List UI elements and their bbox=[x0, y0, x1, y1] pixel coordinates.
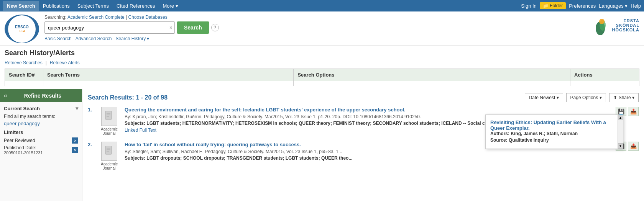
refine-title: Refine Results bbox=[24, 93, 61, 99]
nav-cited-references[interactable]: Cited References bbox=[113, 1, 159, 11]
logo-ebsco-text: EBSCO bbox=[15, 25, 29, 29]
database-name-link[interactable]: Academic Search Complete bbox=[67, 15, 125, 20]
popup-title[interactable]: Revisiting Ethics: Updating Earlier Beli… bbox=[490, 119, 606, 131]
nav-more[interactable]: More ▾ bbox=[159, 1, 182, 11]
searching-line: Searching: Academic Search Complete | Ch… bbox=[44, 15, 591, 20]
result-title-1[interactable]: Queering the environment and caring for … bbox=[125, 107, 639, 113]
results-controls: Date Newest ▾ Page Options ▾ ⬆ Share ▾ bbox=[525, 93, 639, 102]
nav-new-search[interactable]: New Search bbox=[3, 1, 39, 11]
popup-scrollbar[interactable]: ▲ ▼ bbox=[618, 115, 623, 149]
doc-type-1: Academic Journal bbox=[99, 127, 120, 136]
remove-peer-limiter-button[interactable]: ✕ bbox=[72, 137, 78, 144]
header-area: EBSCO host Searching: Academic Search Co… bbox=[0, 11, 644, 46]
brand-logo-icon bbox=[591, 15, 610, 36]
document-svg-2 bbox=[105, 146, 114, 157]
limiters-label: Limiters bbox=[4, 129, 78, 135]
doc-icon-1 bbox=[101, 107, 117, 126]
search-links: Basic Search Advanced Search Search Hist… bbox=[44, 36, 591, 41]
nav-publications[interactable]: Publications bbox=[39, 1, 74, 11]
result-number-2: 2. bbox=[88, 142, 94, 170]
share-result-button-1[interactable]: 📤 bbox=[628, 107, 639, 116]
help-link[interactable]: Help bbox=[631, 3, 641, 9]
search-help-icon[interactable]: ? bbox=[211, 24, 219, 31]
limiter-date-label: Published Date: bbox=[4, 145, 43, 150]
clear-search-button[interactable]: × bbox=[169, 25, 172, 31]
choose-databases-link[interactable]: Choose Databases bbox=[128, 15, 168, 20]
col-search-id: Search ID# bbox=[5, 69, 43, 81]
results-area: Search Results: 1 - 20 of 98 Date Newest… bbox=[82, 89, 644, 201]
col-search-terms: Search Terms bbox=[43, 69, 294, 81]
current-search-term[interactable]: queer pedagogy bbox=[4, 121, 40, 126]
search-history-section: Search History/Alerts Retrieve Searches … bbox=[0, 46, 644, 89]
col-search-options: Search Options bbox=[294, 69, 570, 81]
nav-subject-terms[interactable]: Subject Terms bbox=[74, 1, 113, 11]
svg-rect-3 bbox=[105, 111, 112, 119]
popup-card: Revisiting Ethics: Updating Earlier Beli… bbox=[485, 114, 623, 149]
refine-header: « Refine Results bbox=[0, 89, 82, 102]
search-history-table: Search ID# Search Terms Search Options A… bbox=[5, 69, 639, 86]
refine-sidebar: « Refine Results Current Search ▾ Find a… bbox=[0, 89, 82, 201]
right-logo: ERSTA SKÖNDAL HÖGSKOLA bbox=[591, 15, 639, 36]
result-meta-2: By: Stiegler, Sam; Sullivan, Rachael E. … bbox=[125, 149, 639, 154]
share-icon: ⬆ bbox=[613, 95, 617, 100]
search-input[interactable] bbox=[44, 21, 175, 34]
result-number-1: 1. bbox=[88, 107, 94, 136]
basic-search-link[interactable]: Basic Search bbox=[44, 36, 72, 41]
search-button[interactable]: Search bbox=[177, 21, 209, 34]
fulltext-link-1[interactable]: Linked Full Text bbox=[125, 127, 156, 133]
doc-type-2: Academic Journal bbox=[99, 162, 120, 170]
limiter-peer-text: Peer Reviewed bbox=[4, 138, 35, 143]
result-thumb-2: Academic Journal bbox=[99, 142, 120, 170]
find-all-label: Find all my search terms: bbox=[4, 114, 78, 119]
sort-button[interactable]: Date Newest ▾ bbox=[525, 93, 563, 102]
main-content: « Refine Results Current Search ▾ Find a… bbox=[0, 89, 644, 201]
collapse-sidebar-button[interactable]: « bbox=[4, 92, 7, 99]
limiter-peer-reviewed: Peer Reviewed ✕ bbox=[4, 137, 78, 144]
share-button[interactable]: ⬆ Share ▾ bbox=[609, 93, 639, 102]
retrieve-searches-link[interactable]: Retrieve Searches bbox=[5, 60, 43, 65]
scroll-up-button[interactable]: ▲ bbox=[618, 115, 623, 120]
top-nav-left: New Search Publications Subject Terms Ci… bbox=[3, 1, 182, 11]
languages-link[interactable]: Languages ▾ bbox=[599, 3, 628, 9]
table-row bbox=[5, 81, 639, 86]
svg-point-2 bbox=[599, 19, 605, 24]
page-options-button[interactable]: Page Options ▾ bbox=[566, 93, 606, 102]
result-thumb-1: Academic Journal bbox=[99, 107, 120, 136]
doc-icon-2 bbox=[101, 142, 117, 161]
top-nav-right: Sign In 📁 Folder Preferences Languages ▾… bbox=[521, 2, 641, 9]
results-header: Search Results: 1 - 20 of 98 Date Newest… bbox=[88, 93, 639, 102]
popup-authors: Authors: King, James R.; Stahl, Norman bbox=[490, 131, 618, 136]
svg-rect-7 bbox=[105, 146, 112, 154]
search-bar: × Search ? bbox=[44, 21, 591, 34]
current-search-header: Current Search ▾ bbox=[4, 105, 78, 111]
preferences-link[interactable]: Preferences bbox=[569, 3, 596, 9]
brand-logo-text: ERSTA SKÖNDAL HÖGSKOLA bbox=[612, 18, 639, 32]
share-result-button-2[interactable]: 📤 bbox=[628, 142, 639, 151]
search-history-link[interactable]: Search History ▾ bbox=[115, 36, 149, 41]
scroll-down-button[interactable]: ▼ bbox=[618, 143, 623, 149]
retrieve-alerts-link[interactable]: Retrieve Alerts bbox=[50, 60, 80, 65]
result-item-1: 1. Academic Journal Queering the environ… bbox=[88, 107, 639, 136]
expand-icon[interactable]: ▾ bbox=[76, 105, 78, 111]
current-search-label: Current Search bbox=[4, 106, 40, 111]
search-area: Searching: Academic Search Complete | Ch… bbox=[39, 15, 591, 41]
advanced-search-link[interactable]: Advanced Search bbox=[76, 36, 112, 41]
popup-source: Source: Qualitative Inquiry bbox=[490, 137, 618, 143]
document-svg-1 bbox=[105, 111, 114, 122]
top-navigation: New Search Publications Subject Terms Ci… bbox=[0, 0, 644, 11]
sign-in-link[interactable]: Sign In bbox=[521, 3, 536, 9]
search-input-wrap: × bbox=[44, 21, 175, 34]
history-title: Search History/Alerts bbox=[5, 49, 639, 57]
history-links: Retrieve Searches | Retrieve Alerts bbox=[5, 60, 639, 65]
current-search-section: Current Search ▾ Find all my search term… bbox=[0, 102, 82, 159]
remove-date-limiter-button[interactable]: ✕ bbox=[72, 147, 78, 153]
folder-link[interactable]: 📁 Folder bbox=[540, 2, 566, 9]
results-title: Search Results: 1 - 20 of 98 bbox=[88, 94, 168, 101]
logo-host-text: host bbox=[19, 29, 25, 33]
limiter-date-value: 20050101-20151231 bbox=[4, 150, 43, 155]
ebscohost-logo: EBSCO host bbox=[5, 15, 39, 43]
limiter-date-item: Published Date: 20050101-20151231 ✕ bbox=[4, 144, 78, 156]
result-subjects-2: Subjects: LGBT dropouts; SCHOOL dropouts… bbox=[125, 155, 639, 161]
col-actions: Actions bbox=[570, 69, 639, 81]
